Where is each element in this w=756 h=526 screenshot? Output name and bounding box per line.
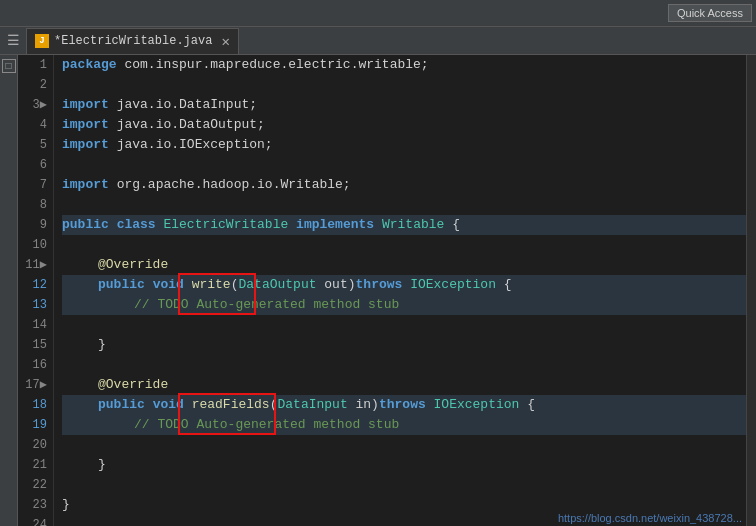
code-line-10 [62, 235, 746, 255]
code-line-18: public void readFields(DataInput in) thr… [62, 395, 746, 415]
collapse-icon[interactable]: □ [2, 59, 16, 73]
code-line-22 [62, 475, 746, 495]
line-num-12: 12 [18, 275, 47, 295]
vertical-scrollbar[interactable] [746, 55, 756, 526]
line-num-17: 17▶ [18, 375, 47, 395]
code-line-14 [62, 315, 746, 335]
collapse-panel-icon[interactable]: ☰ [0, 32, 22, 49]
line-num-24: 24 [18, 515, 47, 526]
code-line-12: public void write(DataOutput out) throws… [62, 275, 746, 295]
line-num-22: 22 [18, 475, 47, 495]
code-line-8 [62, 195, 746, 215]
line-num-4: 4 [18, 115, 47, 135]
line-num-16: 16 [18, 355, 47, 375]
line-num-10: 10 [18, 235, 47, 255]
tab-bar: ☰ J *ElectricWritable.java ✕ [0, 27, 756, 55]
line-numbers: 1 2 3▶ 4 5 6 7 8 9 10 11▶ 12 13 14 15 16… [18, 55, 54, 526]
top-bar: Quick Access [0, 0, 756, 27]
line-num-13: 13 [18, 295, 47, 315]
quick-access-button[interactable]: Quick Access [668, 4, 752, 22]
code-line-15: } [62, 335, 746, 355]
code-line-3: import java.io.DataInput; [62, 95, 746, 115]
code-line-6 [62, 155, 746, 175]
left-collapse-panel: □ [0, 55, 18, 526]
line-num-21: 21 [18, 455, 47, 475]
code-line-21: } [62, 455, 746, 475]
line-num-18: 18 [18, 395, 47, 415]
line-num-8: 8 [18, 195, 47, 215]
code-line-5: import java.io.IOException; [62, 135, 746, 155]
line-num-3: 3▶ [18, 95, 47, 115]
tab-close-icon[interactable]: ✕ [221, 33, 229, 50]
watermark-text: https://blog.csdn.net/weixin_438728... [558, 512, 742, 524]
line-num-1: 1 [18, 55, 47, 75]
editor-container: □ 1 2 3▶ 4 5 6 7 8 9 10 11▶ 12 13 14 15 … [0, 55, 756, 526]
line-num-23: 23 [18, 495, 47, 515]
line-num-2: 2 [18, 75, 47, 95]
code-line-2 [62, 75, 746, 95]
line-num-20: 20 [18, 435, 47, 455]
line-num-19: 19 [18, 415, 47, 435]
code-line-7: import org.apache.hadoop.io.Writable; [62, 175, 746, 195]
code-line-9: public class ElectricWritable implements… [62, 215, 746, 235]
code-line-17: @Override [62, 375, 746, 395]
code-line-16 [62, 355, 746, 375]
code-line-11: @Override [62, 255, 746, 275]
code-line-20 [62, 435, 746, 455]
line-num-11: 11▶ [18, 255, 47, 275]
line-num-14: 14 [18, 315, 47, 335]
line-num-5: 5 [18, 135, 47, 155]
code-line-1: package com.inspur.mapreduce.electric.wr… [62, 55, 746, 75]
code-line-4: import java.io.DataOutput; [62, 115, 746, 135]
tab-label: *ElectricWritable.java [54, 34, 212, 48]
file-tab[interactable]: J *ElectricWritable.java ✕ [26, 28, 239, 54]
code-editor[interactable]: package com.inspur.mapreduce.electric.wr… [54, 55, 746, 526]
java-file-icon: J [35, 34, 49, 48]
line-num-9: 9 [18, 215, 47, 235]
line-num-15: 15 [18, 335, 47, 355]
line-num-6: 6 [18, 155, 47, 175]
code-line-13: // TODO Auto-generated method stub [62, 295, 746, 315]
code-line-19: // TODO Auto-generated method stub [62, 415, 746, 435]
line-num-7: 7 [18, 175, 47, 195]
